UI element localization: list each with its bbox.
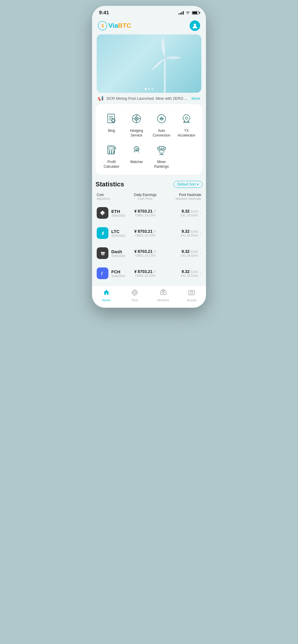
nav-home[interactable]: Home [92,289,121,302]
svg-rect-42 [161,291,166,295]
eth-hashrate: 9.32 EH/S 141.18 EH/s › [164,209,201,217]
calculator-icon [104,142,119,158]
hedging-icon [129,111,144,126]
coin-left-dash: Dash SHA256d [97,247,127,259]
statistics-section: Statistics Default Sort ▾ Coin Algorithm… [92,181,206,284]
nav-pool[interactable]: Pool [121,289,149,302]
coin-table: ETH SHA256d ¥ 8703.21 /T 73801.15 CNY 9.… [96,203,202,284]
svg-point-24 [111,153,112,153]
menu-grid-row2: ProfitCalculator Watcher [100,142,198,169]
banner-windmill [138,34,191,93]
announce-more-button[interactable]: More [191,96,200,101]
app-header: ₿ ViaBTC [92,18,206,34]
svg-point-20 [109,151,110,152]
svg-point-37 [134,291,136,294]
assets-icon [188,289,195,297]
avatar-icon [192,22,198,29]
profit-calculator-label: ProfitCalculator [104,160,119,169]
avatar-button[interactable] [190,20,200,31]
svg-point-2 [194,24,196,26]
nav-pool-label: Pool [131,298,138,302]
menu-item-empty [175,142,198,169]
fch-algo: SHA256d [111,274,125,278]
announce-icon: 📢 [98,96,104,101]
svg-rect-5 [108,114,115,123]
eth-algo: SHA256d [111,214,125,217]
ltc-earnings: ¥ 8703.21 /T 73801.15 CNY [127,229,164,237]
menu-item-blog[interactable]: Blog [100,111,123,138]
svg-text:ƒ: ƒ [101,272,103,276]
svg-text:₿: ₿ [102,23,104,28]
eth-earnings: ¥ 8703.21 /T 73801.15 CNY [127,209,164,217]
menu-item-miner-rankings[interactable]: MinerRankings [150,142,173,169]
miner-rankings-label: MinerRankings [154,160,169,169]
dash-name: Dash [111,249,125,254]
dash-earnings: ¥ 8703.21 /T 73801.15 CNY [127,249,164,257]
ltc-name: LTC [111,229,125,234]
menu-item-hedging[interactable]: HedgingService [125,111,148,138]
banner[interactable] [97,34,201,93]
workers-icon [160,289,167,297]
svg-point-21 [111,151,112,152]
svg-rect-19 [109,147,113,149]
nav-workers[interactable]: Workers [149,289,178,302]
phone-frame: 9:41 ₿ ViaBTC [92,6,206,308]
coin-row-fch[interactable]: ƒ FCH SHA256d ¥ 8703.21 /T 73801.15 CNY … [96,263,202,284]
nav-assets-label: Assets [187,298,197,302]
banner-dots [145,88,153,90]
chevron-right-icon: › [200,251,201,256]
chevron-right-icon: › [200,231,201,235]
conversion-icon [154,111,169,126]
stats-header: Statistics Default Sort ▾ [96,181,202,188]
ltc-algo: SHA256d [111,234,125,237]
dash-algo: SHA256d [111,254,125,258]
menu-item-conversion[interactable]: AutoConversion [150,111,173,138]
menu-item-tx-accelerator[interactable]: TXAccelerator [175,111,198,138]
logo: ₿ ViaBTC [98,21,131,30]
home-icon [103,289,110,297]
coin-row-ltc[interactable]: LTC SHA256d ¥ 8703.21 /T 73801.15 CNY 9.… [96,223,202,243]
ltc-logo [97,227,108,239]
trophy-icon [154,142,169,158]
fch-hashrate: 9.32 EH/S 141.18 EH/s › [164,269,201,277]
hedging-label: HedgingService [130,129,143,138]
announcement-bar: 📢 DCR Mining Pool Launched: Mine with ZE… [92,93,206,104]
logo-icon: ₿ [98,21,107,30]
svg-point-17 [185,117,188,119]
announce-text: DCR Mining Pool Launched: Mine with ZERO… [107,96,188,101]
blog-label: Blog [108,129,115,133]
coin-left-ltc: LTC SHA256d [97,227,127,239]
menu-item-watcher[interactable]: Watcher [125,142,148,169]
coin-row-eth[interactable]: ETH SHA256d ¥ 8703.21 /T 73801.15 CNY 9.… [96,203,202,223]
tx-accelerator-label: TXAccelerator [178,129,195,138]
sort-button[interactable]: Default Sort ▾ [174,181,202,188]
ltc-hashrate: 9.32 EH/S 141.18 EH/s › [164,229,201,237]
fch-name: FCH [111,269,125,274]
watcher-label: Watcher [130,160,143,164]
nav-home-label: Home [102,298,110,302]
logo-text: ViaBTC [108,22,131,29]
coin-left-fch: ƒ FCH SHA256d [97,267,127,279]
eth-logo [97,207,108,219]
svg-point-22 [113,151,114,152]
status-icons [179,10,199,15]
signal-icon [179,11,184,15]
battery-icon [192,11,199,15]
svg-point-43 [162,292,164,293]
dash-logo [97,247,108,259]
status-bar: 9:41 [92,6,206,18]
status-time: 9:41 [99,10,109,16]
coin-left-eth: ETH SHA256d [97,207,127,219]
coin-row-dash[interactable]: Dash SHA256d ¥ 8703.21 /T 73801.15 CNY 9… [96,243,202,263]
nav-workers-label: Workers [157,298,169,302]
wifi-icon [186,10,190,15]
fch-earnings: ¥ 8703.21 /T 73801.15 CNY [127,269,164,277]
nav-assets[interactable]: Assets [178,289,206,302]
menu-item-profit-calculator[interactable]: ProfitCalculator [100,142,123,169]
svg-point-25 [113,153,114,153]
svg-point-23 [109,153,110,153]
blog-icon [104,111,119,126]
chevron-right-icon: › [200,211,201,215]
chevron-down-icon: ▾ [197,182,199,186]
pool-icon [131,289,138,297]
